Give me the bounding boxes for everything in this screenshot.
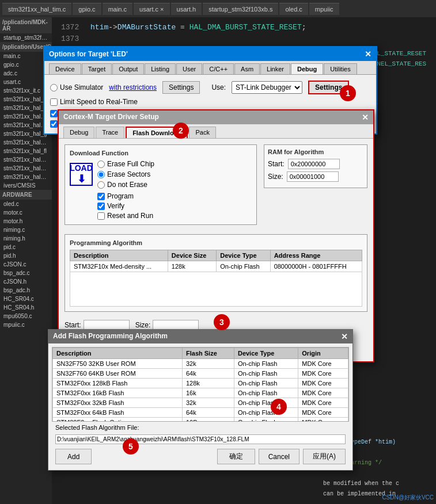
tab-stm32-hal-tim[interactable]: stm32f1xx_hal_tim.c — [2, 3, 71, 15]
flash-dialog-title: Cortex-M Target Driver Setup — [63, 113, 159, 122]
sidebar-item-hal-dn[interactable]: stm32f1xx_hal_dn — [0, 138, 52, 147]
list-item[interactable]: STM32F0xx 128kB Flash128kOn-chip FlashMD… — [53, 379, 348, 388]
with-restrictions-link[interactable]: with restrictions — [109, 83, 157, 91]
reset-and-run-label[interactable]: Reset and Run — [97, 212, 252, 220]
erase-sectors-radio[interactable] — [97, 171, 105, 178]
erase-full-chip-label[interactable]: Erase Full Chip — [97, 160, 154, 168]
sidebar-item-motor-h[interactable]: motor.h — [0, 217, 52, 226]
flash-tab-debug[interactable]: Debug — [63, 127, 94, 138]
sidebar-item-hal-fl[interactable]: stm32f1xx_hal_fl — [0, 147, 52, 155]
options-tab-asm[interactable]: Asm — [234, 63, 260, 74]
table-row[interactable]: STM32F10x Med-density ...128kOn-chip Fla… — [70, 261, 362, 272]
flash-col-left: Download Function LOAD ⬇ Erase Full Chip — [65, 144, 257, 230]
sidebar-section-hardware: ARDWARE — [0, 190, 52, 200]
options-tab-target[interactable]: Target — [82, 63, 112, 74]
ram-start-input[interactable] — [288, 159, 340, 169]
verify-checkbox[interactable] — [97, 203, 105, 210]
tab-usart-c[interactable]: usart.c × — [134, 3, 170, 15]
sidebar-item-mpu6050[interactable]: mpu6050.c — [0, 312, 52, 320]
tab-main[interactable]: main.c — [103, 3, 132, 15]
sidebar-item-motor-c[interactable]: motor.c — [0, 208, 52, 217]
flash-tab-trace[interactable]: Trace — [96, 127, 124, 138]
sidebar-item-cmsis[interactable]: ivers/CMSIS — [0, 181, 52, 190]
debugger-select[interactable]: ST-Link Debugger — [232, 81, 302, 94]
ram-size-input[interactable] — [287, 171, 339, 182]
settings-button-1[interactable]: Settings — [162, 81, 200, 94]
tab-usart-h[interactable]: usart.h — [171, 3, 202, 15]
sidebar-item-bsp-adc-h[interactable]: bsp_adc.h — [0, 286, 52, 295]
list-item[interactable]: STM32F0xx 16kB Flash16kOn-chip FlashMDK … — [53, 388, 348, 398]
prog-algo-table: Description Device Size Device Type Addr… — [70, 250, 362, 272]
options-tab-cpp[interactable]: C/C++ — [203, 63, 234, 74]
tab-startup[interactable]: startup_stm32f103xb.s — [203, 3, 278, 15]
sidebar-item-cjson-h[interactable]: cJSON.h — [0, 277, 52, 286]
sidebar-item-pid-h[interactable]: pid.h — [0, 251, 52, 260]
options-tab-listing[interactable]: Listing — [145, 63, 176, 74]
options-tab-debug[interactable]: Debug — [291, 63, 323, 74]
sidebar-item-niming-h[interactable]: niming.h — [0, 234, 52, 243]
do-not-erase-radio[interactable] — [97, 181, 105, 189]
add-flash-confirm-button[interactable]: 确定 — [217, 449, 255, 464]
sidebar-item-cjson-c[interactable]: cJSON.c — [0, 260, 52, 269]
flash-tab-pack[interactable]: Pack — [189, 127, 215, 138]
prog-algo-section: Programming Algorithm Description Device… — [65, 234, 367, 312]
add-flash-apply-button[interactable]: 应用(A) — [303, 449, 346, 464]
col-device-size: Device Size — [168, 250, 216, 261]
sidebar-item-pid-c[interactable]: pid.c — [0, 243, 52, 251]
options-tab-utilities[interactable]: Utilities — [324, 63, 357, 74]
sidebar-item-niming-c[interactable]: niming.c — [0, 226, 52, 234]
flash-col-right: RAM for Algorithm Start: Size: — [264, 144, 367, 230]
list-item[interactable]: SN32F750 32KB User ROM32kOn-chip FlashMD… — [53, 359, 348, 369]
program-label[interactable]: Program — [97, 192, 252, 200]
options-dialog-close-button[interactable]: ✕ — [365, 49, 371, 59]
right-code-line-1: NEL_STATE_RESET — [369, 48, 434, 59]
limit-speed-checkbox[interactable] — [50, 98, 58, 106]
reset-and-run-checkbox[interactable] — [97, 212, 105, 220]
selected-file-path-input[interactable] — [55, 434, 346, 444]
sidebar-item-startup[interactable]: startup_stm32f1xx — [0, 33, 52, 42]
flash-algo-scroll[interactable]: Description Flash Size Device Type Origi… — [52, 347, 349, 422]
tab-gpio[interactable]: gpio.c — [73, 3, 101, 15]
sidebar-item-hal-uart[interactable]: stm32f1xx_hal_uart_ — [0, 173, 52, 181]
sidebar-item-hc-sr04-c[interactable]: HC_SR04.c — [0, 295, 52, 303]
add-flash-close-button[interactable]: ✕ — [341, 332, 348, 341]
load-app-checkbox-1[interactable] — [50, 110, 58, 117]
do-not-erase-label[interactable]: Do not Erase — [97, 181, 154, 189]
selected-file-row: Selected Flash Algorithm File: — [52, 422, 349, 433]
options-dialog-titlebar: Options for Target 'LED' ✕ — [44, 47, 376, 61]
simulator-row: Use Simulator with restrictions Settings… — [50, 81, 370, 94]
run-to-main-checkbox-1[interactable] — [50, 120, 58, 128]
verify-label[interactable]: Verify — [97, 202, 252, 210]
options-tab-user[interactable]: User — [176, 63, 202, 74]
erase-sectors-label[interactable]: Erase Sectors — [97, 170, 154, 178]
list-item[interactable]: STM32F0xx Flash Options16BOn-chip FlashM… — [53, 418, 348, 422]
sidebar-item-bsp-adc-c[interactable]: bsp_adc.c — [0, 269, 52, 277]
use-simulator-label[interactable]: Use Simulator — [50, 83, 103, 91]
code-line-1372: 1372 htim->DMABurstState = HAL_DMA_BURST… — [61, 22, 436, 33]
sidebar-item-hal-ext[interactable]: stm32f1xx_hal_ext_ — [0, 155, 52, 164]
sidebar-item-hc-sr04-h[interactable]: HC_SR04.h — [0, 303, 52, 312]
list-item[interactable]: SN32F760 64KB User ROM64kOn-chip FlashMD… — [53, 369, 348, 379]
list-item[interactable]: STM32F0xx 32kB Flash32kOn-chip FlashMDK … — [53, 398, 348, 408]
prog-algo-empty-area — [70, 272, 362, 307]
options-tab-output[interactable]: Output — [112, 63, 144, 74]
add-flash-cancel-button[interactable]: Cancel — [259, 449, 299, 464]
use-simulator-radio[interactable] — [50, 84, 58, 91]
code-line-1373: 1373 — [61, 33, 436, 45]
add-flash-add-button[interactable]: Add — [55, 449, 92, 464]
flash-dialog-close-button[interactable]: ✕ — [362, 113, 369, 122]
size-label: Size: — [268, 173, 283, 181]
tab-oled[interactable]: oled.c — [279, 3, 308, 15]
erase-full-chip-radio[interactable] — [97, 161, 105, 168]
options-tab-linker[interactable]: Linker — [260, 63, 290, 74]
sidebar-item-mpuiic[interactable]: mpuiic.c — [0, 320, 52, 329]
options-tab-device[interactable]: Device — [49, 63, 81, 74]
sidebar-item-hal-tim[interactable]: stm32f1xx_hal_tim_ — [0, 164, 52, 173]
list-item[interactable]: STM32F0xx 64kB Flash64kOn-chip FlashMDK … — [53, 408, 348, 418]
limit-speed-label[interactable]: Limit Speed to Real-Time — [50, 98, 138, 106]
program-checkbox[interactable] — [97, 193, 105, 200]
tab-mpuiic[interactable]: mpuiic — [309, 3, 339, 15]
flash-dialog-tabs: Debug Trace Flash Download Pack — [59, 124, 373, 139]
annotation-1: 1 — [340, 85, 356, 101]
sidebar-item-oled[interactable]: oled.c — [0, 200, 52, 208]
